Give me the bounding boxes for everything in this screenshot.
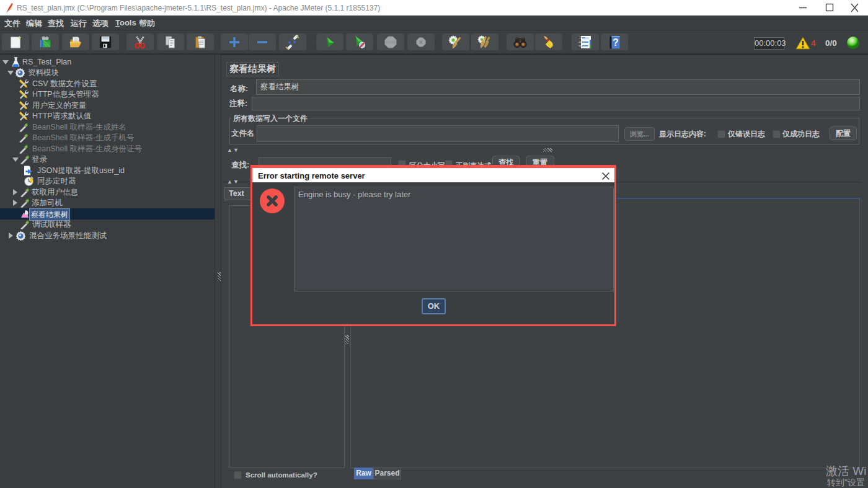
svg-text:?: ? [613, 37, 619, 48]
svg-text:STOP: STOP [386, 40, 396, 44]
